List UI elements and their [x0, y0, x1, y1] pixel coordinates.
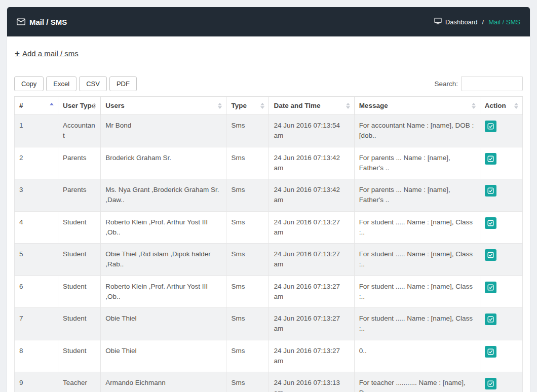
- check-square-icon: [487, 284, 494, 291]
- view-mail-button[interactable]: [485, 185, 496, 197]
- column-header-users[interactable]: Users: [101, 97, 226, 115]
- pdf-export-button[interactable]: PDF: [109, 76, 137, 91]
- view-mail-button[interactable]: [485, 378, 496, 389]
- table-row: 2ParentsBroderick Graham Sr.Sms24 Jun 20…: [15, 147, 523, 179]
- sort-arrows-icon: [50, 103, 54, 109]
- cell-type: Sms: [226, 372, 269, 392]
- table-body: 1AccountantMr BondSms24 Jun 2016 07:13:5…: [15, 115, 523, 392]
- monitor-icon: [434, 18, 442, 26]
- mail-sms-panel: Mail / SMS Dashboard / Mail / SMS + Add …: [7, 7, 530, 392]
- mail-sms-table: #User TypeUsersTypeDate and TimeMessageA…: [14, 96, 523, 392]
- add-mail-sms-label: Add a mail / sms: [22, 49, 79, 58]
- check-square-icon: [487, 155, 494, 162]
- cell-user-type: Parents: [58, 147, 101, 179]
- table-row: 1AccountantMr BondSms24 Jun 2016 07:13:5…: [15, 115, 523, 147]
- cell-num: 2: [15, 147, 58, 179]
- check-square-icon: [487, 123, 494, 130]
- cell-type: Sms: [226, 211, 269, 244]
- view-mail-button[interactable]: [485, 346, 496, 358]
- cell-action: [480, 211, 522, 244]
- cell-num: 3: [15, 179, 58, 212]
- cell-datetime: 24 Jun 2016 07:13:27 am: [269, 308, 354, 340]
- search-label: Search:: [434, 80, 458, 88]
- cell-action: [480, 244, 522, 276]
- csv-export-button[interactable]: CSV: [79, 76, 107, 91]
- cell-message: For accountant Name : [name], DOB : [dob…: [354, 115, 480, 147]
- table-row: 6StudentRoberto Klein ,Prof. Arthur Yost…: [15, 276, 523, 308]
- add-mail-sms-link[interactable]: + Add a mail / sms: [15, 49, 79, 58]
- cell-user-type: Student: [58, 211, 101, 244]
- view-mail-button[interactable]: [485, 217, 496, 229]
- cell-users: Obie Thiel ,Rid islam ,Dipok halder ,Rab…: [101, 244, 226, 276]
- cell-message: For student ..... Name : [name], Class :…: [354, 276, 480, 308]
- view-mail-button[interactable]: [485, 121, 496, 132]
- cell-type: Sms: [226, 179, 269, 212]
- cell-users: Mr Bond: [101, 115, 226, 147]
- cell-datetime: 24 Jun 2016 07:13:27 am: [269, 211, 354, 244]
- sort-arrows-icon: [472, 103, 476, 109]
- page-title-text: Mail / SMS: [29, 18, 67, 26]
- sort-arrows-icon: [514, 103, 518, 109]
- cell-type: Sms: [226, 340, 269, 372]
- cell-user-type: Teacher: [58, 372, 101, 392]
- column-header-num[interactable]: #: [15, 97, 58, 115]
- cell-message: For parents ... Name : [name], Father's …: [354, 147, 480, 179]
- export-button-group: CopyExcelCSVPDF: [14, 76, 137, 91]
- breadcrumb-dashboard-link[interactable]: Dashboard: [445, 18, 478, 26]
- cell-type: Sms: [226, 115, 269, 147]
- column-header-action[interactable]: Action: [480, 97, 522, 115]
- cell-users: Armando Eichmann: [101, 372, 226, 392]
- cell-num: 8: [15, 340, 58, 372]
- cell-type: Sms: [226, 147, 269, 179]
- cell-action: [480, 340, 522, 372]
- cell-num: 9: [15, 372, 58, 392]
- panel-header: Mail / SMS Dashboard / Mail / SMS: [7, 7, 530, 36]
- cell-users: Broderick Graham Sr.: [101, 147, 226, 179]
- cell-num: 4: [15, 211, 58, 244]
- table-row: 4StudentRoberto Klein ,Prof. Arthur Yost…: [15, 211, 523, 244]
- breadcrumb: Dashboard / Mail / SMS: [434, 18, 520, 26]
- cell-datetime: 24 Jun 2016 07:13:13 am: [269, 372, 354, 392]
- check-square-icon: [487, 187, 494, 194]
- cell-user-type: Student: [58, 308, 101, 340]
- cell-users: Ms. Nya Grant ,Broderick Graham Sr. ,Daw…: [101, 179, 226, 212]
- cell-message: 0..: [354, 340, 480, 372]
- column-header-user-type[interactable]: User Type: [58, 97, 101, 115]
- view-mail-button[interactable]: [485, 282, 496, 293]
- view-mail-button[interactable]: [485, 249, 496, 261]
- cell-message: For parents ... Name : [name], Father's …: [354, 179, 480, 212]
- table-row: 5StudentObie Thiel ,Rid islam ,Dipok hal…: [15, 244, 523, 276]
- cell-user-type: Student: [58, 276, 101, 308]
- column-header-datetime[interactable]: Date and Time: [269, 97, 354, 115]
- page-title: Mail / SMS: [17, 18, 67, 26]
- column-header-type[interactable]: Type: [226, 97, 269, 115]
- cell-user-type: Student: [58, 340, 101, 372]
- cell-type: Sms: [226, 308, 269, 340]
- excel-export-button[interactable]: Excel: [46, 76, 76, 91]
- view-mail-button[interactable]: [485, 313, 496, 325]
- cell-num: 7: [15, 308, 58, 340]
- cell-action: [480, 147, 522, 179]
- cell-num: 5: [15, 244, 58, 276]
- cell-message: For teacher ........... Name : [name], D…: [354, 372, 480, 392]
- cell-action: [480, 372, 522, 392]
- copy-export-button[interactable]: Copy: [14, 76, 44, 91]
- cell-type: Sms: [226, 276, 269, 308]
- cell-num: 6: [15, 276, 58, 308]
- cell-type: Sms: [226, 244, 269, 276]
- cell-datetime: 24 Jun 2016 07:13:27 am: [269, 244, 354, 276]
- breadcrumb-separator: /: [481, 18, 485, 26]
- cell-users: Roberto Klein ,Prof. Arthur Yost III ,Ob…: [101, 211, 226, 244]
- view-mail-button[interactable]: [485, 153, 496, 165]
- sort-arrows-icon: [260, 103, 264, 109]
- column-header-message[interactable]: Message: [354, 97, 480, 115]
- search-container: Search:: [434, 76, 523, 91]
- search-input[interactable]: [461, 76, 523, 91]
- check-square-icon: [487, 348, 494, 355]
- cell-user-type: Parents: [58, 179, 101, 212]
- cell-datetime: 24 Jun 2016 07:13:27 am: [269, 340, 354, 372]
- cell-num: 1: [15, 115, 58, 147]
- cell-datetime: 24 Jun 2016 07:13:42 am: [269, 179, 354, 212]
- cell-message: For student ..... Name : [name], Class :…: [354, 211, 480, 244]
- cell-action: [480, 276, 522, 308]
